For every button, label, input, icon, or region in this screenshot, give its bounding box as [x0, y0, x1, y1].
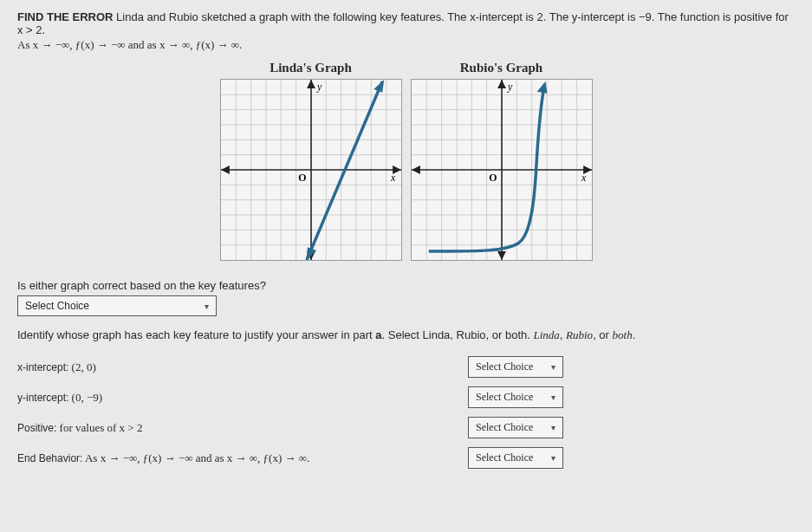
svg-text:O: O [298, 172, 306, 184]
feature-row-xintercept: x-intercept: (2, 0) Select Choice▾ [17, 356, 795, 378]
feature-row-yintercept: y-intercept: (0, −9) Select Choice▾ [17, 386, 795, 408]
svg-marker-56 [497, 80, 506, 88]
question-a-select[interactable]: Select Choice ▾ [17, 295, 217, 316]
problem-header: FIND THE ERROR Linda and Rubio sketched … [17, 10, 795, 36]
identify-instruction: Identify whose graph has each key featur… [17, 328, 795, 342]
svg-marker-23 [221, 165, 230, 174]
select-positive[interactable]: Select Choice▾ [468, 417, 563, 438]
svg-text:y: y [506, 81, 512, 93]
chevron-down-icon: ▾ [205, 302, 209, 311]
find-error-tag: FIND THE ERROR [17, 10, 114, 23]
rubio-graph-block: Rubio's Graph y x O [411, 61, 593, 263]
feature-label: y-intercept: (0, −9) [17, 391, 468, 405]
select-endbehavior[interactable]: Select Choice▾ [468, 447, 563, 469]
svg-text:x: x [581, 172, 587, 184]
select-xintercept[interactable]: Select Choice▾ [468, 356, 563, 378]
select-placeholder: Select Choice [25, 300, 89, 312]
rubio-title: Rubio's Graph [411, 61, 593, 75]
feature-row-positive: Positive: for values of x > 2 Select Cho… [17, 417, 795, 438]
svg-text:x: x [390, 172, 396, 184]
rubio-graph: y x O [411, 79, 593, 261]
header-rest: Linda and Rubio sketched a graph with th… [17, 10, 789, 36]
select-yintercept[interactable]: Select Choice▾ [468, 386, 563, 408]
feature-row-endbehavior: End Behavior: As x → −∞, ƒ(x) → −∞ and a… [17, 447, 795, 469]
feature-label: x-intercept: (2, 0) [17, 360, 468, 374]
svg-marker-57 [497, 251, 506, 260]
svg-marker-24 [307, 80, 315, 88]
chevron-down-icon: ▾ [551, 453, 555, 463]
end-behavior-line: As x → −∞, ƒ(x) → −∞ and as x → ∞, ƒ(x) … [17, 38, 795, 52]
svg-text:y: y [315, 81, 322, 93]
linda-graph: y x O [220, 79, 402, 261]
linda-title: Linda's Graph [220, 61, 402, 75]
svg-marker-55 [412, 165, 420, 174]
feature-label: Positive: for values of x > 2 [17, 421, 468, 435]
chevron-down-icon: ▾ [551, 362, 555, 372]
graphs-container: Linda's Graph y x O Rubio's Graph [17, 61, 795, 263]
svg-marker-61 [536, 81, 547, 94]
svg-text:O: O [489, 172, 497, 184]
question-a-text: Is either graph correct based on the key… [17, 279, 795, 292]
linda-graph-block: Linda's Graph y x O [220, 61, 402, 263]
chevron-down-icon: ▾ [551, 393, 555, 402]
svg-marker-30 [374, 80, 384, 93]
chevron-down-icon: ▾ [551, 423, 555, 432]
feature-label: End Behavior: As x → −∞, ƒ(x) → −∞ and a… [17, 451, 468, 465]
